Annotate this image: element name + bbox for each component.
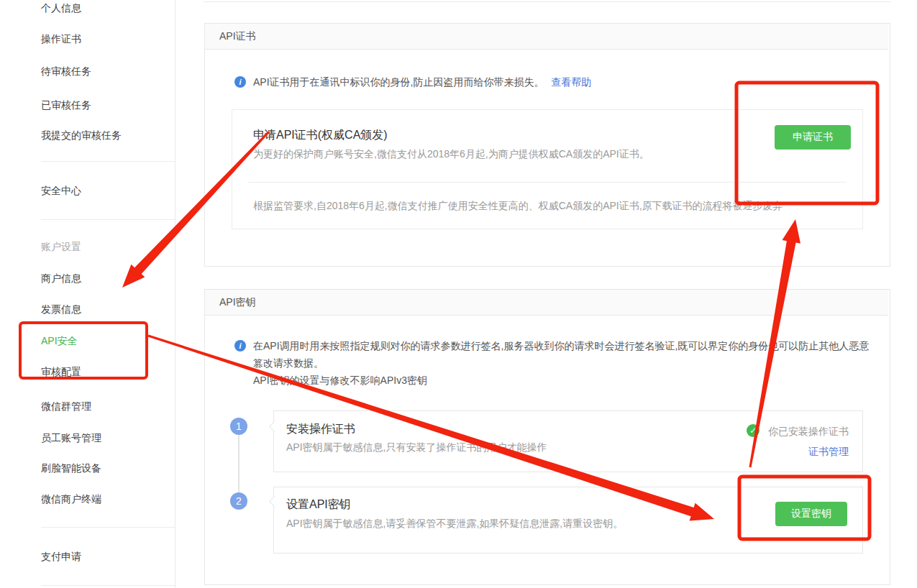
sidebar-divider <box>41 527 175 528</box>
sidebar-item-10[interactable]: 审核配置 <box>41 364 81 379</box>
sidebar-item-8[interactable]: 发票信息 <box>41 302 81 316</box>
sidebar-divider <box>41 161 175 162</box>
set-api-key-desc: API密钥属于敏感信息,请妥善保管不要泄露,如果怀疑信息泄露,请重设密钥。 <box>286 518 623 530</box>
sidebar-item-4[interactable]: 我提交的审核任务 <box>41 128 122 142</box>
annotation-rect <box>20 323 147 378</box>
certificate-installed-status: 你已安装操作证书 <box>762 426 849 438</box>
set-api-key-title: 设置API密钥 <box>286 497 351 513</box>
sidebar-item-1[interactable]: 操作证书 <box>41 32 81 46</box>
view-help-link[interactable]: 查看帮助 <box>551 76 591 88</box>
apply-certificate-desc: 为更好的保护商户账号安全,微信支付从2018年6月起,为商户提供权威CA颁发的A… <box>253 148 649 161</box>
apply-box-divider <box>248 182 847 183</box>
sidebar-item-15[interactable]: 支付申请 <box>41 549 81 564</box>
sidebar-item-11[interactable]: 微信群管理 <box>41 399 91 413</box>
step-2-circle: 2 <box>230 492 247 510</box>
previous-card-bottom-border <box>204 1 890 2</box>
step-connector-line <box>238 435 239 492</box>
api-key-card-title: API密钥 <box>219 290 256 315</box>
info-icon: i <box>234 340 246 352</box>
sidebar-divider <box>41 585 175 586</box>
api-certificate-card-header: API证书 <box>205 24 888 50</box>
sidebar-item-7[interactable]: 商户信息 <box>41 271 81 285</box>
sidebar-right-border <box>175 0 175 588</box>
step-1-circle: 1 <box>230 418 247 435</box>
regulatory-notice: 根据监管要求,自2018年6月起,微信支付推广使用安全性更高的、权威CA颁发的A… <box>253 200 783 213</box>
sidebar-item-0[interactable]: 个人信息 <box>41 1 81 15</box>
sidebar-divider <box>41 219 175 220</box>
certificate-info-text: API证书用于在通讯中标识你的身份,防止因盗用而给你带来损失。 <box>253 76 544 88</box>
set-api-key-button[interactable]: 设置密钥 <box>775 502 847 526</box>
install-certificate-desc: API密钥属于敏感信息,只有安装了操作证书的用户才能操作 <box>286 441 547 454</box>
certificate-info-line: API证书用于在通讯中标识你的身份,防止因盗用而给你带来损失。 查看帮助 <box>253 73 591 91</box>
api-key-info-para1: 在API调用时用来按照指定规则对你的请求参数进行签名,服务器收到你的请求时会进行… <box>253 337 876 372</box>
sidebar-item-5[interactable]: 安全中心 <box>41 183 81 198</box>
sidebar-item-6: 账户设置 <box>41 239 81 254</box>
install-certificate-title: 安装操作证书 <box>286 422 355 437</box>
apply-certificate-title: 申请API证书(权威CA颁发) <box>253 128 388 143</box>
sidebar-item-2[interactable]: 待审核任务 <box>41 64 91 78</box>
sidebar-item-14[interactable]: 微信商户终端 <box>41 492 101 506</box>
check-icon: ✓ <box>747 424 759 437</box>
info-icon: i <box>234 76 246 88</box>
sidebar-item-13[interactable]: 刷脸智能设备 <box>41 461 101 475</box>
sidebar-item-12[interactable]: 员工账号管理 <box>41 431 101 445</box>
api-key-card-header: API密钥 <box>205 290 888 316</box>
apply-certificate-button[interactable]: 申请证书 <box>775 125 851 150</box>
wechat-pay-merchant-api-security-page: { "colors": { "annotation_red": "#f0240f… <box>0 0 917 588</box>
sidebar-item-3[interactable]: 已审核任务 <box>41 98 91 112</box>
certificate-manage-link[interactable]: 证书管理 <box>762 446 849 459</box>
api-key-info-block: 在API调用时用来按照指定规则对你的请求参数进行签名,服务器收到你的请求时会进行… <box>253 337 876 389</box>
api-certificate-card-title: API证书 <box>219 24 256 49</box>
api-key-info-para2: API密钥的设置与修改不影响APIv3密钥 <box>253 372 876 389</box>
sidebar-item-api-security-active[interactable]: API安全 <box>41 334 78 348</box>
